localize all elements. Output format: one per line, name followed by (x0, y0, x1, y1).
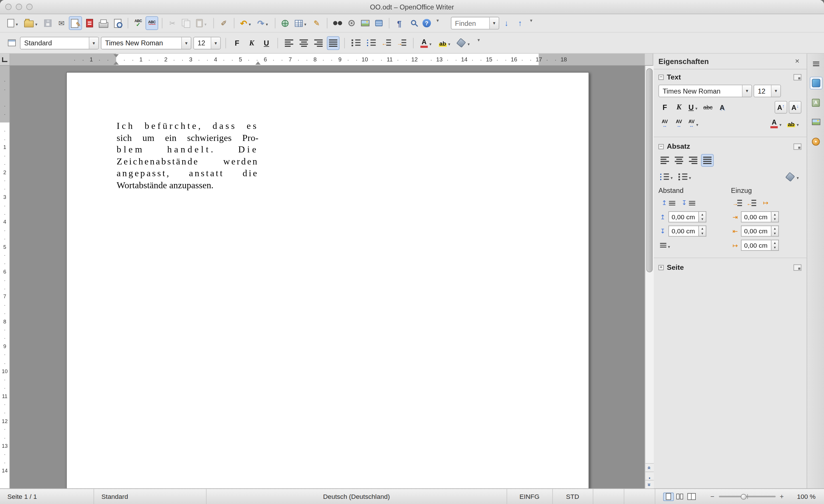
chevron-down-icon[interactable] (796, 119, 800, 128)
chevron-down-icon[interactable] (667, 240, 671, 250)
chevron-down-icon[interactable] (181, 37, 191, 48)
stepper-down[interactable] (771, 231, 779, 236)
h-ruler[interactable]: 1123456789101112131415161718············… (10, 54, 645, 65)
stepper[interactable] (699, 211, 706, 222)
status-selection-mode[interactable]: STD (552, 489, 593, 504)
undo-button[interactable] (238, 16, 254, 30)
stepper-down[interactable] (771, 245, 779, 250)
decrease-char-spacing-button[interactable]: AV (658, 117, 671, 130)
stepper-up[interactable] (699, 226, 706, 231)
dialog-launcher-icon[interactable] (794, 264, 801, 270)
chevron-down-icon[interactable] (428, 38, 433, 47)
chev ron-down-icon[interactable] (670, 172, 674, 181)
chevron-down-icon[interactable] (467, 38, 471, 47)
sidebar-bullet-list-button[interactable] (658, 170, 676, 183)
close-window-button[interactable] (5, 4, 11, 10)
dialog-launcher-icon[interactable] (794, 143, 801, 149)
strikethrough-button[interactable]: abc (702, 101, 714, 114)
zoom-out-button[interactable]: − (710, 493, 715, 500)
highlighting-button[interactable]: ab (437, 36, 453, 49)
decrease-spacing-button[interactable]: ↧ (679, 198, 697, 208)
new-document-button[interactable] (5, 16, 21, 30)
stepper-down[interactable] (699, 217, 706, 222)
dialog-launcher-icon[interactable] (794, 74, 801, 80)
sidebar-increase-indent-button[interactable] (731, 198, 744, 208)
email-document-button[interactable] (55, 16, 68, 30)
decrease-indent-button[interactable] (380, 36, 393, 49)
chevron-down-icon[interactable] (203, 18, 208, 28)
chevron-down-icon[interactable] (695, 119, 700, 128)
bullet-list-button[interactable] (365, 36, 378, 49)
stepper-up[interactable] (771, 226, 779, 231)
align-right-button[interactable] (312, 36, 325, 49)
draw-functions-button[interactable] (310, 16, 323, 30)
background-color-button[interactable] (455, 36, 473, 49)
spellcheck-button[interactable]: ABC (132, 16, 144, 30)
above-spacing-field[interactable]: 0,00 cm (668, 211, 706, 222)
sidebar-align-right-button[interactable] (687, 154, 700, 167)
chevron-down-icon[interactable] (34, 18, 38, 28)
cut-button[interactable] (166, 16, 179, 30)
scrollbar-thumb[interactable] (646, 68, 653, 272)
navigator-button[interactable] (345, 16, 358, 30)
page-section-header[interactable]: Seite (658, 264, 801, 271)
sidebar-font-size-combobox[interactable]: 12 (754, 85, 781, 97)
justify-button[interactable] (327, 36, 339, 49)
page-preview-button[interactable] (111, 16, 124, 30)
next-page-button[interactable] (645, 480, 653, 488)
view-book-button[interactable] (686, 492, 697, 501)
find-combobox[interactable]: Finden (451, 17, 499, 29)
numbered-list-button[interactable] (349, 36, 363, 49)
above-spacing-value[interactable]: 0,00 cm (668, 211, 699, 222)
nonprinting-characters-button[interactable]: ¶ (393, 16, 406, 30)
chevron-down-icon[interactable] (771, 85, 781, 97)
status-insert-mode[interactable]: EINFG (507, 489, 552, 504)
v-ruler[interactable]: 1234567891011121314·····················… (0, 66, 10, 489)
zoom-in-button[interactable]: + (779, 493, 784, 500)
find-previous-button[interactable] (514, 16, 526, 30)
chevron-down-icon[interactable] (779, 119, 783, 128)
font-color-button[interactable]: A (418, 36, 435, 49)
chevron-down-icon[interactable] (688, 172, 692, 181)
sidebar-close-button[interactable] (793, 57, 801, 66)
toolbar2-options-button[interactable] (475, 36, 483, 50)
increase-char-spacing-button[interactable]: AV (673, 117, 685, 130)
tab-selector[interactable] (0, 54, 10, 65)
sidebar-bold-button[interactable]: F (658, 101, 671, 114)
navigation-button[interactable] (645, 472, 653, 480)
chevron-down-icon[interactable] (15, 18, 19, 28)
find-toolbar-more-button[interactable] (528, 16, 535, 30)
paragraph-section-header[interactable]: Absatz (658, 142, 801, 150)
insert-table-button[interactable] (293, 16, 310, 30)
italic-button[interactable]: K (245, 36, 258, 49)
align-left-button[interactable] (283, 36, 295, 49)
left-indent-marker[interactable] (114, 62, 119, 65)
collapse-icon[interactable] (658, 144, 663, 149)
chevron-down-icon[interactable] (694, 102, 699, 112)
align-center-button[interactable] (298, 36, 310, 49)
chevron-down-icon[interactable] (447, 38, 451, 47)
stepper-up[interactable] (771, 212, 779, 217)
status-language[interactable]: Deutsch (Deutschland) (207, 489, 507, 504)
sidebar-italic-button[interactable]: K (673, 101, 685, 114)
copy-button[interactable] (180, 16, 193, 30)
navigator-tab[interactable] (810, 135, 822, 148)
sidebar-font-color-button[interactable]: A (769, 117, 784, 130)
redo-button[interactable] (255, 16, 271, 30)
paragraph-background-button[interactable] (785, 170, 801, 183)
collapse-icon[interactable] (658, 74, 663, 80)
data-sources-button[interactable] (373, 16, 385, 30)
view-single-page-button[interactable] (663, 492, 674, 501)
chevron-down-icon[interactable] (796, 172, 800, 181)
increase-spacing-button[interactable]: ↥ (658, 198, 677, 208)
status-page[interactable]: Seite 1 / 1 (0, 489, 94, 504)
stepper[interactable] (771, 226, 779, 236)
chevron-down-icon[interactable] (742, 85, 751, 97)
zoom-slider[interactable] (719, 496, 776, 497)
sidebar-align-center-button[interactable] (673, 154, 685, 167)
stepper-down[interactable] (699, 231, 706, 236)
zoom-window-button[interactable] (26, 4, 33, 10)
sidebar-numbered-list-button[interactable] (677, 170, 694, 183)
sidebar-underline-button[interactable]: U (687, 101, 700, 114)
print-button[interactable] (97, 16, 110, 30)
